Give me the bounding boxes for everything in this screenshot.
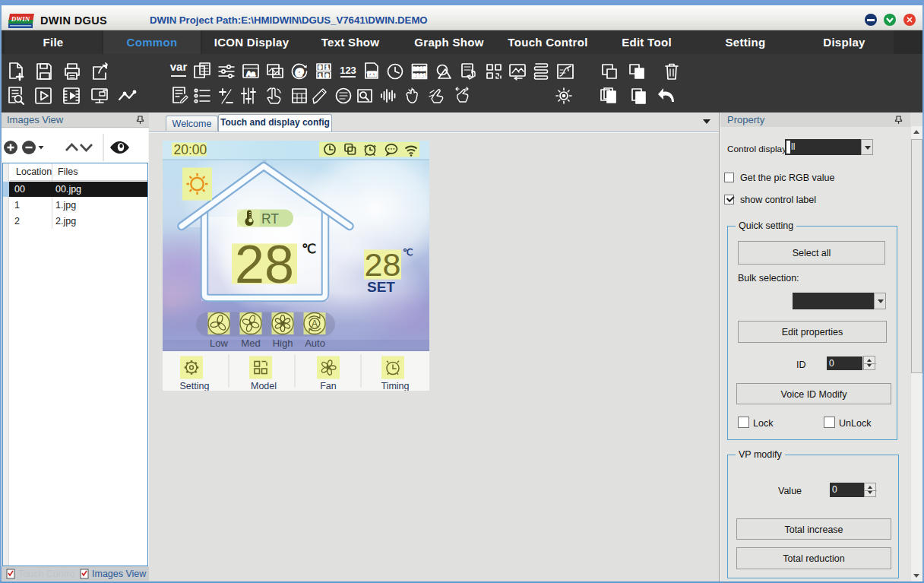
svg-text:Model: Model	[251, 381, 277, 391]
svg-text:Timing: Timing	[381, 381, 409, 391]
svg-text:@: @	[295, 67, 304, 78]
svg-text:Aa: Aa	[246, 70, 255, 78]
svg-text:Auto: Auto	[305, 337, 325, 349]
svg-text:28: 28	[365, 246, 401, 283]
svg-text:0: 0	[318, 65, 321, 70]
svg-text:℃: ℃	[302, 242, 316, 256]
svg-text:Low: Low	[210, 337, 228, 349]
svg-text:SET: SET	[367, 279, 395, 295]
svg-text:28: 28	[235, 235, 294, 294]
svg-text:℃: ℃	[403, 247, 413, 258]
svg-text:0: 0	[326, 73, 329, 78]
svg-text:123: 123	[340, 65, 356, 76]
svg-text:1: 1	[326, 65, 329, 70]
svg-text:2015: 2015	[413, 65, 426, 72]
svg-text:High: High	[273, 337, 293, 349]
svg-text:0101: 0101	[413, 72, 426, 79]
svg-text:RT: RT	[261, 211, 279, 227]
svg-text:var: var	[170, 60, 188, 73]
svg-text:20:00: 20:00	[174, 142, 207, 157]
svg-text:1: 1	[318, 73, 321, 78]
svg-text:Setting: Setting	[180, 381, 210, 391]
svg-text:Fan: Fan	[320, 381, 337, 391]
svg-text:DWIN: DWIN	[11, 15, 30, 23]
svg-text:Med: Med	[241, 337, 260, 349]
svg-text:TXT: TXT	[367, 71, 376, 77]
svg-text:A: A	[312, 318, 318, 329]
